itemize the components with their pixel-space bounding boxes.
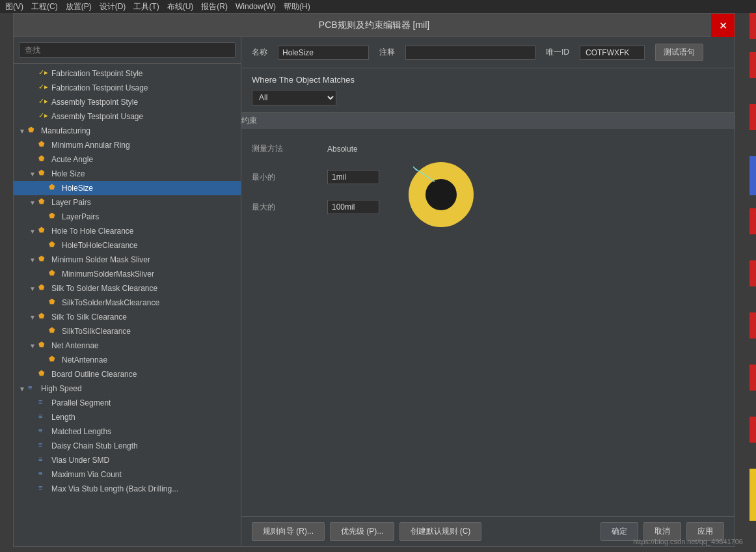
tree-item-min-annular[interactable]: ⬟ Minimum Annular Ring bbox=[14, 138, 241, 152]
priorities-button[interactable]: 优先级 (P)... bbox=[330, 522, 394, 541]
tree-item-hole-to-hole-group[interactable]: ▼ ⬟ Hole To Hole Clearance bbox=[14, 224, 241, 238]
rule-icon: ⬟ bbox=[49, 297, 59, 308]
tree-label: SilkToSilkClearance bbox=[62, 327, 131, 336]
group-icon: ⬟ bbox=[38, 169, 49, 179]
tree-item-hole-size-group[interactable]: ▼ ⬟ Hole Size bbox=[14, 167, 241, 181]
tree-item-netantennae[interactable]: ⬟ NetAntennae bbox=[14, 353, 241, 367]
create-default-button[interactable]: 创建默认规则 (C) bbox=[399, 522, 481, 541]
tree-item-matched-lengths[interactable]: ≡ Matched Lengths bbox=[14, 424, 241, 439]
max-row: 最大的 bbox=[252, 196, 379, 218]
rule-icon: ⬟ bbox=[38, 369, 49, 380]
tree-item-layer-pairs-group[interactable]: ▼ ⬟ Layer Pairs bbox=[14, 195, 241, 210]
group-icon: ⬟ bbox=[38, 255, 49, 265]
tree-item-acute-angle[interactable]: ⬟ Acute Angle bbox=[14, 152, 241, 167]
tree-label: LayerPairs bbox=[62, 212, 99, 221]
menu-item[interactable]: 工程(C) bbox=[31, 1, 58, 12]
search-bar bbox=[14, 37, 241, 64]
menu-item[interactable]: 工具(T) bbox=[133, 1, 159, 12]
menu-item[interactable]: Window(W) bbox=[236, 2, 276, 11]
hole-svg bbox=[399, 146, 483, 230]
group-icon: ⬟ bbox=[38, 197, 49, 208]
app-menu: 图(V) 工程(C) 放置(P) 设计(D) 工具(T) 布线(U) 报告(R)… bbox=[0, 0, 756, 13]
search-input[interactable] bbox=[19, 42, 236, 58]
tree-item-length[interactable]: ≡ Length bbox=[14, 410, 241, 424]
yellow-stripe bbox=[749, 469, 756, 521]
tree-item-daisy-chain[interactable]: ≡ Daisy Chain Stub Length bbox=[14, 439, 241, 453]
tree-label: Net Antennae bbox=[51, 341, 99, 350]
uid-value: COTFWXFK bbox=[580, 46, 645, 60]
expand-icon: ▼ bbox=[29, 285, 38, 292]
tree-item-vias-under-smd[interactable]: ≡ Vias Under SMD bbox=[14, 453, 241, 467]
tree-item-asm-tp-style[interactable]: ✓▸ Assembly Testpoint Style bbox=[14, 95, 241, 109]
menu-item[interactable]: 帮助(H) bbox=[284, 1, 310, 12]
menu-item[interactable]: 放置(P) bbox=[66, 1, 92, 12]
tree-item-max-via-stub[interactable]: ≡ Max Via Stub Length (Back Drilling... bbox=[14, 482, 241, 496]
tree-label: Silk To Silk Clearance bbox=[51, 312, 127, 322]
tree-item-parallel-seg[interactable]: ≡ Parallel Segment bbox=[14, 396, 241, 410]
tree-label: High Speed bbox=[41, 384, 82, 393]
close-button[interactable]: ✕ bbox=[711, 14, 735, 37]
tree-item-min-solder-group[interactable]: ▼ ⬟ Minimum Solder Mask Sliver bbox=[14, 253, 241, 267]
dialog-body: ✓▸ Fabrication Testpoint Style ✓▸ Fabric… bbox=[14, 37, 735, 546]
constraints-section-header: 约束 bbox=[241, 113, 735, 129]
where-select[interactable]: All Net Net Class Layer bbox=[252, 90, 336, 105]
tree-item-layerpairs[interactable]: ⬟ LayerPairs bbox=[14, 210, 241, 224]
menu-item[interactable]: 布线(U) bbox=[167, 1, 194, 12]
tree-item-fab-tp-usage[interactable]: ✓▸ Fabrication Testpoint Usage bbox=[14, 81, 241, 95]
rule-icon: ✓▸ bbox=[38, 68, 49, 79]
expand-icon: ▼ bbox=[29, 171, 38, 178]
name-label: 名称 bbox=[252, 47, 267, 58]
tree-label: Acute Angle bbox=[51, 155, 93, 164]
tree-item-net-antennae-group[interactable]: ▼ ⬟ Net Antennae bbox=[14, 338, 241, 353]
menu-item[interactable]: 设计(D) bbox=[100, 1, 126, 12]
comment-input[interactable] bbox=[405, 46, 535, 60]
tree-label: Assembly Testpoint Usage bbox=[51, 112, 143, 121]
tree-label: NetAntennae bbox=[62, 355, 107, 365]
tree-item-fab-tp-style[interactable]: ✓▸ Fabrication Testpoint Style bbox=[14, 66, 241, 81]
red-stripe-7 bbox=[749, 365, 756, 391]
rule-icon: ⬟ bbox=[49, 269, 59, 279]
blue-stripe bbox=[749, 156, 756, 195]
tree-label: Fabrication Testpoint Usage bbox=[51, 83, 148, 92]
tree-container[interactable]: ✓▸ Fabrication Testpoint Style ✓▸ Fabric… bbox=[14, 64, 241, 546]
rule-name-input[interactable] bbox=[278, 46, 369, 60]
tree-item-asm-tp-usage[interactable]: ✓▸ Assembly Testpoint Usage bbox=[14, 109, 241, 124]
tree-item-holesize[interactable]: ⬟ HoleSize bbox=[14, 181, 241, 195]
rules-wizard-button[interactable]: 规则向导 (R)... bbox=[252, 522, 325, 541]
measure-value: Absolute bbox=[327, 145, 358, 154]
tree-item-silktosilk[interactable]: ⬟ SilkToSilkClearance bbox=[14, 324, 241, 338]
measure-row: 测量方法 Absolute bbox=[252, 139, 379, 158]
rule-icon: ≡ bbox=[38, 412, 49, 422]
menu-item[interactable]: 报告(R) bbox=[201, 1, 228, 12]
rule-icon: ✓▸ bbox=[38, 83, 49, 93]
tree-label: Matched Lengths bbox=[51, 427, 111, 436]
tree-label: Silk To Solder Mask Clearance bbox=[51, 284, 157, 293]
group-icon: ⬟ bbox=[38, 312, 49, 322]
dim-arrow bbox=[413, 167, 417, 171]
menu-item[interactable]: 图(V) bbox=[5, 1, 23, 12]
constraints-area: 约束 测量方法 Absolute 最小的 bbox=[241, 113, 735, 516]
test-button[interactable]: 测试语句 bbox=[655, 44, 703, 61]
group-icon: ⬟ bbox=[38, 226, 49, 236]
expand-icon: ▼ bbox=[19, 385, 28, 393]
expand-icon: ▼ bbox=[29, 199, 38, 206]
tree-item-silk-to-solder-group[interactable]: ▼ ⬟ Silk To Solder Mask Clearance bbox=[14, 281, 241, 296]
tree-item-max-via-count[interactable]: ≡ Maximum Via Count bbox=[14, 467, 241, 482]
tree-item-high-speed-group[interactable]: ▼ ≡ High Speed bbox=[14, 381, 241, 396]
tree-item-minsoldersliver[interactable]: ⬟ MinimumSolderMaskSliver bbox=[14, 267, 241, 281]
watermark: https://blog.csdn.net/qq_49641706 bbox=[633, 538, 743, 545]
dialog-title: PCB规则及约束编辑器 [mil] bbox=[319, 20, 429, 31]
red-stripe-2 bbox=[749, 52, 756, 78]
tree-item-holetoholeclearance[interactable]: ⬟ HoleToHoleClearance bbox=[14, 238, 241, 253]
tree-item-silk-to-silk-group[interactable]: ▼ ⬟ Silk To Silk Clearance bbox=[14, 310, 241, 324]
group-icon: ⬟ bbox=[28, 126, 38, 136]
tree-item-board-outline[interactable]: ⬟ Board Outline Clearance bbox=[14, 367, 241, 381]
tree-item-manufacturing[interactable]: ▼ ⬟ Manufacturing bbox=[14, 124, 241, 138]
tree-item-silktosoldermask[interactable]: ⬟ SilkToSolderMaskClearance bbox=[14, 296, 241, 310]
red-stripe-3 bbox=[749, 104, 756, 130]
tree-label: Fabrication Testpoint Style bbox=[51, 69, 143, 78]
max-input[interactable] bbox=[327, 200, 379, 214]
uid-label: 唯一ID bbox=[546, 47, 569, 58]
tree-label: SilkToSolderMaskClearance bbox=[62, 298, 159, 307]
min-input[interactable] bbox=[327, 170, 379, 184]
